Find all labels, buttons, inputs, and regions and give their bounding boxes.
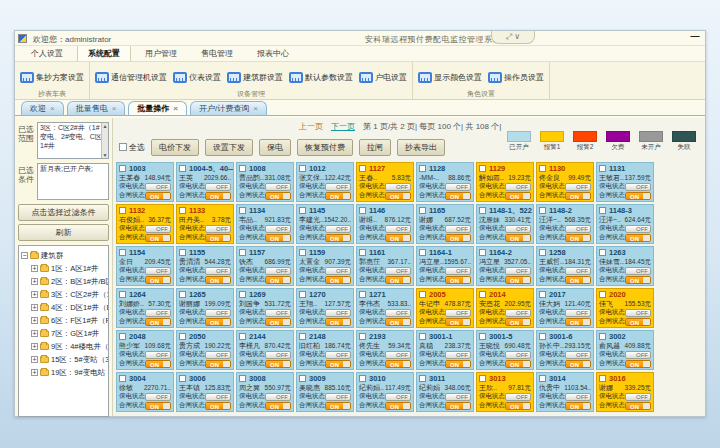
meter-checkbox[interactable] [179,249,186,256]
meter-checkbox[interactable] [119,249,126,256]
switch-on-toggle[interactable]: ON [265,360,291,368]
menu-item-系统配置[interactable]: 系统配置 [77,45,131,61]
meter-card[interactable]: 1159太置金907.39元保电状态OFF合闸状态ON [296,246,354,286]
tree-root[interactable]: −建筑群 [21,249,106,262]
meter-checkbox[interactable] [119,165,126,172]
switch-on-toggle[interactable]: ON [265,192,291,200]
switch-on-toggle[interactable]: ON [625,192,651,200]
meter-checkbox[interactable] [179,375,186,382]
protect-off-toggle[interactable]: OFF [205,309,231,317]
meter-card[interactable]: 1161郭惠茳367.17..保电状态OFF合闸状态ON [356,246,414,286]
switch-on-toggle[interactable]: ON [205,234,231,242]
tab-欢迎[interactable]: 欢迎× [21,101,64,115]
meter-checkbox[interactable] [239,165,246,172]
switch-on-toggle[interactable]: ON [505,360,531,368]
meter-card[interactable]: 1128-MM-..88.86元保电状态OFF合闸状态ON [416,162,474,202]
meter-checkbox[interactable] [479,375,486,382]
expand-icon[interactable]: + [31,356,38,363]
tab-批量售电[interactable]: 批量售电× [67,101,126,115]
meter-card[interactable]: 1258王威哲..184.31元保电状态OFF合闸状态ON [536,246,594,286]
protect-off-toggle[interactable]: OFF [325,309,351,317]
protect-off-toggle[interactable]: OFF [325,183,351,191]
meter-card[interactable]: 1155贵清清544.28元保电状态OFF合闸状态ON [176,246,234,286]
tree-node[interactable]: +7区：G区1#井 [21,327,106,340]
selected-condition-box[interactable]: 新月表;已开户表; [37,163,109,200]
meter-card[interactable]: 1269刘国争531.72元保电状态OFF合闸状态ON [236,288,294,328]
toolbar-button-设置下发[interactable]: 设置下发 [205,139,253,156]
selected-range-box[interactable]: 3区：C区2#井（1#变电、2#变电、C区1#井 ▲▼ [37,122,109,159]
switch-on-toggle[interactable]: ON [145,318,171,326]
meter-card[interactable]: 1130佟金良99.49元保电状态OFF合闸状态ON [536,162,594,202]
meter-checkbox[interactable] [359,249,366,256]
protect-off-toggle[interactable]: OFF [265,267,291,275]
meter-card[interactable]: 3011纪莉娟348.06元保电状态OFF合闸状态ON [416,372,474,412]
meter-checkbox[interactable] [599,249,606,256]
protect-off-toggle[interactable]: OFF [325,267,351,275]
meter-card[interactable]: 1004-5、40—王英2029.66..保电状态OFF合闸状态ON [176,162,234,202]
protect-off-toggle[interactable]: OFF [205,225,231,233]
meter-checkbox[interactable] [299,333,306,340]
switch-on-toggle[interactable]: ON [625,234,651,242]
meter-card[interactable]: 1134韦品..921.83元保电状态OFF合闸状态ON [236,204,294,244]
switch-on-toggle[interactable]: ON [565,402,591,410]
switch-on-toggle[interactable]: ON [505,234,531,242]
protect-off-toggle[interactable]: OFF [565,183,591,191]
tree-node[interactable]: +6区：F区1#井（F区1# [21,314,106,327]
meter-checkbox[interactable] [479,333,486,340]
meter-card[interactable]: 1157铁杰686.99元保电状态OFF合闸状态ON [236,246,294,286]
expand-icon[interactable]: + [31,343,38,350]
protect-off-toggle[interactable]: OFF [385,351,411,359]
tree-node[interactable]: +19区：9#变电站（2# [21,366,106,379]
switch-on-toggle[interactable]: ON [505,276,531,284]
switch-on-toggle[interactable]: ON [505,318,531,326]
protect-off-toggle[interactable]: OFF [145,309,171,317]
protect-off-toggle[interactable]: OFF [145,267,171,275]
meter-card[interactable]: 3008周之翼550.97元保电状态OFF合闸状态ON [236,372,294,412]
scroll-up-icon[interactable]: ▲ [102,123,108,129]
meter-card[interactable]: 1133田丹美..3.78元保电状态OFF合闸状态ON [176,204,234,244]
protect-off-toggle[interactable]: OFF [625,351,651,359]
meter-card[interactable]: 1271李伟杰533.83..保电状态OFF合闸状态ON [356,288,414,328]
expand-icon[interactable]: + [31,317,38,324]
switch-on-toggle[interactable]: ON [565,360,591,368]
meter-checkbox[interactable] [419,291,426,298]
tree-node[interactable]: +1区：A区1#井 [21,262,106,275]
protect-off-toggle[interactable]: OFF [385,225,411,233]
protect-off-toggle[interactable]: OFF [625,267,651,275]
meter-card[interactable]: 2193佟先生59.34元保电状态OFF合闸状态ON [356,330,414,370]
meter-card[interactable]: 2144李槿凡870.42元保电状态OFF合闸状态ON [236,330,294,370]
tab-开户/计费查询[interactable]: 开户/计费查询× [190,101,267,115]
meter-card[interactable]: 3010纪莉娟..117.49元保电状态OFF合闸状态ON [356,372,414,412]
meter-checkbox[interactable] [119,291,126,298]
meter-card[interactable]: 2050贵方成190.22元保电状态OFF合闸状态ON [176,330,234,370]
meter-card[interactable]: 3016谢娜339.25元保电状态OFF合闸状态ON [596,372,654,412]
meter-checkbox[interactable] [419,375,426,382]
protect-off-toggle[interactable]: OFF [565,225,591,233]
switch-on-toggle[interactable]: ON [445,360,471,368]
ribbon-button-集抄方案设置[interactable]: 集抄方案设置 [17,71,87,84]
refresh-button[interactable]: 刷新 [18,224,109,241]
meter-card[interactable]: 3004徐敏2270.71..保电状态OFF合闸状态ON [116,372,174,412]
menu-item-报表中心[interactable]: 报表中心 [247,46,299,61]
switch-on-toggle[interactable]: ON [505,192,531,200]
switch-on-toggle[interactable]: ON [445,318,471,326]
tree-node[interactable]: +4区：D区1#井（D区1 [21,301,106,314]
meter-checkbox[interactable] [419,249,426,256]
meter-checkbox[interactable] [479,249,486,256]
ribbon-button-户电设置[interactable]: 户电设置 [356,71,410,84]
meter-card[interactable]: 3013王欣..97.81元保电状态OFF合闸状态ON [476,372,534,412]
ribbon-button-操作员设置[interactable]: 操作员设置 [485,71,547,84]
expand-icon[interactable]: + [31,330,38,337]
meter-card[interactable]: 2005牛记申478.87元保电状态OFF合闸状态ON [416,288,474,328]
meter-checkbox[interactable] [539,207,546,214]
expand-icon[interactable]: + [31,278,38,285]
toolbar-button-电价下发[interactable]: 电价下发 [151,139,199,156]
switch-on-toggle[interactable]: ON [565,234,591,242]
switch-on-toggle[interactable]: ON [445,276,471,284]
meter-checkbox[interactable] [479,207,486,214]
switch-on-toggle[interactable]: ON [385,402,411,410]
menu-item-售电管理[interactable]: 售电管理 [191,46,243,61]
meter-checkbox[interactable] [299,207,306,214]
protect-off-toggle[interactable]: OFF [565,267,591,275]
switch-on-toggle[interactable]: ON [625,402,651,410]
